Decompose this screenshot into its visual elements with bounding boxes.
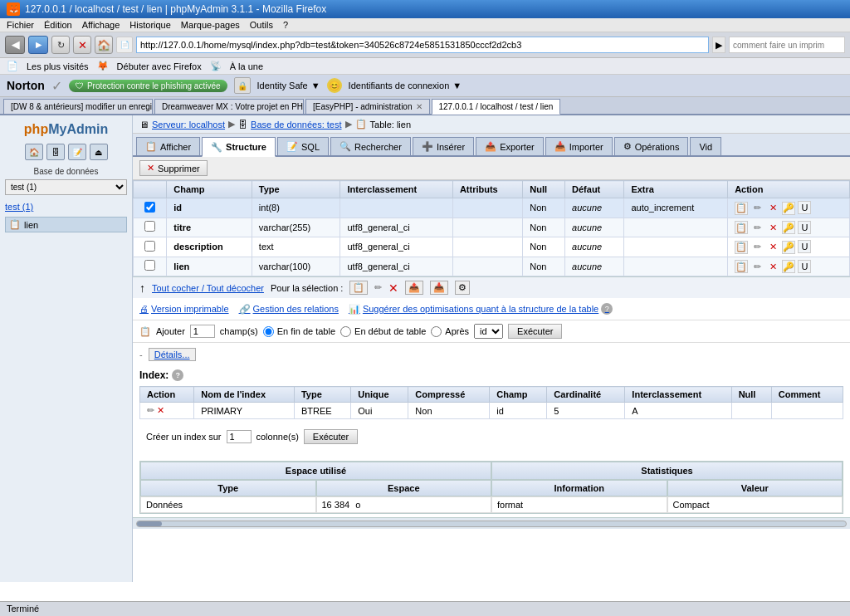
radio-apres-input[interactable] [431, 326, 442, 337]
sidebar-home-icon[interactable]: 🏠 [25, 144, 43, 160]
horizontal-scrollbar[interactable] [133, 517, 850, 529]
scroll-thumb[interactable] [137, 521, 162, 526]
action-delete[interactable]: ✕ [766, 221, 779, 234]
ajouter-input[interactable] [190, 325, 215, 338]
gestion-relations-link[interactable]: 🔗 Gestion des relations [239, 304, 339, 315]
stop-button[interactable]: ✕ [73, 36, 91, 54]
action-browse[interactable]: 📋 [735, 241, 748, 254]
menu-edition[interactable]: Édition [44, 20, 72, 30]
apres-select[interactable]: id [474, 324, 503, 339]
index-delete-icon[interactable]: ✕ [157, 405, 164, 415]
tab-inserer[interactable]: ➕ Insérer [413, 137, 474, 155]
tab-exporter[interactable]: 📤 Exporter [476, 137, 544, 155]
bookmark-plus-visites[interactable]: Les plus visités [27, 61, 89, 71]
export-icon-footer[interactable]: 📤 [405, 281, 423, 295]
tout-cocher-link[interactable]: Tout cocher / Tout décocher [152, 283, 264, 293]
menu-affichage[interactable]: Affichage [82, 20, 120, 30]
browser-tab-2[interactable]: [EasyPHP] - administration ✕ [305, 99, 430, 114]
menu-marque-pages[interactable]: Marque-pages [181, 20, 240, 30]
action-browse[interactable]: 📋 [735, 260, 748, 273]
scroll-track[interactable] [136, 521, 847, 527]
tab-importer[interactable]: 📥 Importer [545, 137, 613, 155]
breadcrumb-server[interactable]: Serveur: localhost [152, 120, 225, 130]
breadcrumb-database[interactable]: Base de données: test [251, 120, 341, 130]
creer-index-executer-button[interactable]: Exécuter [304, 429, 358, 444]
menu-outils[interactable]: Outils [250, 20, 273, 30]
links-row: 🖨 Version imprimable 🔗 Gestion des relat… [133, 298, 850, 320]
sidebar-exit-icon[interactable]: ⏏ [90, 144, 108, 160]
browser-tab-3[interactable]: 127.0.0.1 / localhost / test / lien [432, 99, 561, 115]
action-delete[interactable]: ✕ [766, 241, 779, 254]
action-browse[interactable]: 📋 [735, 221, 748, 234]
row-checkbox-cell[interactable] [134, 218, 167, 237]
sidebar-table-lien[interactable]: 📋 lien [5, 217, 127, 232]
menu-historique[interactable]: Historique [129, 20, 171, 30]
action-delete[interactable]: ✕ [766, 202, 779, 215]
action-primary[interactable]: 🔑 [782, 241, 795, 254]
edit-icon[interactable]: ✏ [374, 282, 382, 293]
forward-button[interactable]: ▶ [28, 36, 48, 54]
sidebar-db-select[interactable]: test (1) [5, 179, 127, 195]
action-browse[interactable]: 📋 [735, 202, 748, 215]
row-checkbox[interactable] [144, 241, 155, 252]
action-edit[interactable]: ✏ [750, 260, 764, 273]
browser-tab-0[interactable]: [DW 8 & antérieurs] modifier un enregi..… [3, 99, 153, 114]
action-unique[interactable]: U [798, 240, 811, 253]
action-unique[interactable]: U [798, 221, 811, 234]
ajouter-executer-button[interactable]: Exécuter [508, 324, 562, 339]
action-edit[interactable]: ✏ [750, 202, 764, 215]
action-edit[interactable]: ✏ [750, 241, 764, 254]
radio-en-fin-input[interactable] [263, 326, 274, 337]
back-button[interactable]: ◀ [5, 36, 25, 54]
action-primary[interactable]: 🔑 [782, 202, 795, 215]
home-button[interactable]: 🏠 [95, 36, 113, 54]
address-input[interactable] [136, 37, 709, 53]
menu-help[interactable]: ? [283, 20, 288, 30]
supprimer-button[interactable]: ✕ Supprimer [139, 160, 208, 176]
version-imprimable-link[interactable]: 🖨 Version imprimable [139, 304, 229, 314]
row-checkbox[interactable] [144, 221, 155, 232]
address-go-button[interactable]: ▶ [712, 37, 725, 53]
tab-vid[interactable]: Vid [690, 137, 721, 155]
row-checkbox-cell[interactable] [134, 257, 167, 276]
refresh-button[interactable]: ↻ [51, 36, 70, 54]
details-button[interactable]: Détails... [149, 348, 196, 361]
tab-afficher[interactable]: 📋 Afficher [136, 137, 200, 155]
search-input[interactable] [729, 37, 845, 53]
action-primary[interactable]: 🔑 [782, 260, 795, 273]
browse-icon[interactable]: 📋 [349, 281, 368, 295]
help-circle-link[interactable]: ? [601, 303, 613, 315]
action-delete[interactable]: ✕ [766, 260, 779, 273]
row-checkbox[interactable] [144, 202, 155, 213]
menu-fichier[interactable]: Fichier [7, 20, 34, 30]
suggerer-optimisations-link[interactable]: 📊 Suggérer des optimisations quant à la … [349, 303, 613, 315]
row-champ: titre [167, 218, 252, 237]
add-icon-footer[interactable]: 📥 [430, 281, 448, 295]
row-checkbox[interactable] [144, 260, 155, 271]
creer-index-input[interactable] [227, 430, 252, 443]
settings-icon-footer[interactable]: ⚙ [455, 281, 470, 295]
tab-rechercher[interactable]: 🔍 Rechercher [330, 137, 411, 155]
row-checkbox-cell[interactable] [134, 237, 167, 257]
sidebar-sql-icon[interactable]: 📝 [68, 144, 86, 160]
sidebar-db-link[interactable]: test (1) [5, 202, 127, 212]
tab-structure[interactable]: 🔧 Structure [202, 137, 276, 157]
delete-icon-footer[interactable]: ✕ [388, 281, 398, 295]
tab-close-2[interactable]: ✕ [416, 102, 423, 111]
index-edit-icon[interactable]: ✏ [147, 405, 154, 415]
action-primary[interactable]: 🔑 [782, 221, 795, 234]
tab-operations[interactable]: ⚙ Opérations [614, 137, 689, 155]
sidebar-db-icon[interactable]: 🗄 [46, 144, 65, 160]
row-checkbox-cell[interactable] [134, 198, 167, 218]
bookmark-a-la-une[interactable]: À la une [230, 61, 263, 71]
identifiants-link[interactable]: Identifiants de connexion ▼ [349, 81, 462, 90]
index-help-icon[interactable]: ? [172, 369, 183, 381]
radio-en-debut-input[interactable] [340, 326, 351, 337]
action-edit[interactable]: ✏ [750, 221, 764, 234]
bookmark-debuter-firefox[interactable]: Débuter avec Firefox [117, 61, 202, 71]
action-unique[interactable]: U [798, 201, 811, 214]
action-unique[interactable]: U [798, 260, 811, 273]
tab-sql[interactable]: 📝 SQL [277, 137, 329, 155]
browser-tab-1[interactable]: Dreamweaver MX : Votre projet en PHP....… [154, 99, 304, 114]
identity-safe-link[interactable]: Identity Safe ▼ [257, 81, 320, 90]
